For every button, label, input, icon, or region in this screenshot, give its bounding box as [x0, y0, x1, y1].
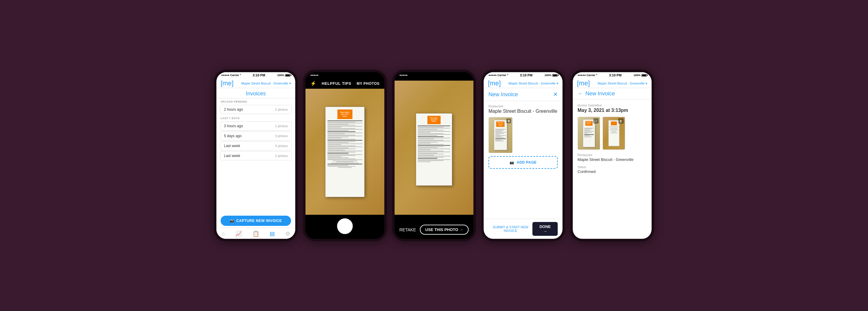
modal-close-button[interactable]: ✕	[553, 91, 558, 98]
brand-4: [me]	[488, 79, 501, 87]
phone-camera: ●●●●● ⚡ HELPFUL TIPS MY PHOTOS How doers…	[303, 70, 387, 241]
phone-submitted: ●●●●● Carrier ᵀ 3:10 PM 100% [me] Maple …	[570, 70, 654, 241]
section-upload-pending: UPLOAD PENDING	[216, 98, 295, 104]
modal-body: Restaurant Maple Street Biscuit - Greenv…	[484, 101, 562, 219]
invoice-time-3: 5 days ago	[224, 134, 242, 138]
receipt-camera: How doersget moredone.	[326, 107, 365, 197]
invoice-item-5days[interactable]: 5 days ago 3 photos	[220, 132, 292, 140]
done-button[interactable]: DONE →	[532, 222, 558, 236]
invoice-photos: How doersget moredone. 🗑	[489, 117, 558, 153]
modal-header: New Invoice ✕	[484, 88, 562, 101]
status-bar-2: ●●●●●	[306, 72, 384, 78]
invoices-title: Invoices	[216, 88, 295, 98]
tab-bar-1: ⌂ 📈 📋 ▤ ⚙	[216, 228, 295, 239]
invoice-time-5: Last week	[224, 154, 240, 158]
invoices-content: UPLOAD PENDING 2 hours ago 2 photos LAST…	[216, 98, 295, 214]
battery-icon-4	[552, 74, 558, 77]
capture-new-invoice-button[interactable]: 📷 CAPTURE NEW INVOICE	[221, 216, 291, 226]
status-value-5: Confirmed	[578, 169, 647, 174]
delete-icon[interactable]: 🗑	[618, 118, 624, 124]
tab-invoice-icon[interactable]: ▤	[270, 231, 275, 237]
hd-logo: How doersget moredone.	[337, 109, 352, 119]
invoice-time-1: 2 hours ago	[224, 107, 243, 112]
expand-icon[interactable]: ⤢	[593, 118, 599, 124]
location-5: Maple Street Biscuit · Greenville ▾	[597, 81, 647, 85]
hd-logo-preview: How doersget moredone.	[427, 116, 441, 124]
top-nav-4: [me] Maple Street Biscuit · Greenville ▾	[484, 78, 562, 88]
preview-viewfinder: How doersget moredone.	[395, 78, 473, 220]
submitted-label: Invoice Submitted	[578, 104, 647, 107]
receipt-preview: How doersget moredone.	[416, 113, 452, 185]
phones-container: ●●●●● Carrier ᵀ 3:10 PM 100% [me] Maple …	[214, 70, 654, 241]
tab-chart-icon[interactable]: 📈	[235, 231, 242, 237]
submit-start-new-button[interactable]: SUBMIT & START NEW INVOICE	[489, 225, 532, 233]
time-1: 3:10 PM	[253, 73, 266, 77]
back-arrow-icon[interactable]: ←	[578, 91, 583, 97]
add-page-button[interactable]: 📷 ADD PAGE	[489, 156, 558, 169]
carrier-1: ●●●●● Carrier ᵀ	[221, 74, 241, 77]
status-bar-4: ●●●●● Carrier ᵀ 3:10 PM 100%	[484, 72, 562, 78]
restaurant-value-4: Maple Street Biscuit - Greenville	[489, 109, 558, 114]
time-5: 3:10 PM	[609, 73, 622, 77]
submitted-date: May 3, 2021 at 3:13pm	[578, 108, 647, 113]
delete-photo-icon[interactable]: 🗑	[506, 118, 511, 123]
invoice-count-5: 2 photos	[275, 154, 288, 158]
use-photo-button[interactable]: USE THIS PHOTO →	[420, 225, 469, 235]
battery-icon-1	[285, 74, 290, 77]
helpful-tips-label: HELPFUL TIPS	[322, 81, 351, 86]
camera-icon: 📷	[230, 219, 235, 223]
location-1: Maple Street Biscuit · Greenville ▾	[241, 81, 291, 85]
retake-button[interactable]: RETAKE	[399, 228, 416, 232]
tab-clipboard-icon[interactable]: 📋	[252, 231, 259, 237]
carrier-5: ●●●●● Carrier ᵀ	[578, 74, 597, 77]
submitted-content: Invoice Submitted May 3, 2021 at 3:13pm …	[573, 100, 652, 239]
battery-1: 100%	[277, 74, 290, 77]
tab-gear-icon[interactable]: ⚙	[285, 231, 290, 237]
brand-1: [me]	[221, 79, 234, 87]
camera-viewfinder: How doersget moredone.	[306, 89, 384, 215]
invoice-item-2hrs[interactable]: 2 hours ago 2 photos	[220, 105, 292, 114]
receipt-lines	[328, 120, 362, 168]
submitted-thumb-2: 🗑	[602, 117, 625, 150]
phone-new-invoice: ●●●●● Carrier ᵀ 3:10 PM 100% [me] Maple …	[481, 70, 565, 241]
submitted-thumb-1: How doersget moredone. ⤢	[578, 117, 600, 150]
top-nav-1: [me] Maple Street Biscuit · Greenville ▾	[216, 78, 295, 88]
preview-bottom-bar: RETAKE USE THIS PHOTO →	[395, 220, 473, 239]
invoice-item-3hrs[interactable]: 3 hours ago 1 photos	[220, 122, 292, 131]
status-bar-5: ●●●●● Carrier ᵀ 3:10 PM 100%	[573, 72, 652, 78]
invoice-count-3: 3 photos	[275, 134, 288, 138]
location-4: Maple Street Biscuit · Greenville ▾	[508, 81, 558, 85]
my-photos-button[interactable]: MY PHOTOS	[356, 81, 379, 86]
invoice-item-lastweek-1[interactable]: Last week 4 photos	[220, 141, 292, 150]
status-bar-3: ●●●●●	[395, 72, 473, 78]
invoice-count-1: 2 photos	[275, 108, 288, 111]
brand-5: [me]	[577, 79, 590, 87]
tab-home-icon[interactable]: ⌂	[221, 231, 225, 237]
back-nav: ← New Invoice	[573, 88, 652, 100]
submitted-photos: How doersget moredone. ⤢	[578, 117, 647, 150]
camera-bottom-bar	[306, 215, 384, 239]
invoice-time-2: 3 hours ago	[224, 124, 243, 128]
invoice-count-4: 4 photos	[275, 144, 288, 148]
restaurant-label-4: Restaurant	[489, 105, 558, 108]
carrier-4: ●●●●● Carrier ᵀ	[489, 74, 508, 77]
restaurant-value-5: Maple Street Biscuit - Greenville	[578, 157, 647, 162]
battery-icon-5	[641, 74, 647, 77]
status-label-5: Status	[578, 165, 647, 169]
camera-icon-add: 📷	[509, 160, 514, 165]
new-invoice-title-5: New Invoice	[585, 91, 615, 97]
modal-title: New Invoice	[489, 92, 518, 98]
time-4: 3:10 PM	[520, 73, 533, 77]
carrier-2: ●●●●●	[310, 74, 318, 77]
top-nav-5: [me] Maple Street Biscuit · Greenville ▾	[573, 78, 652, 88]
flash-icon[interactable]: ⚡	[310, 80, 316, 86]
battery-5: 100%	[633, 74, 647, 77]
phone-invoices: ●●●●● Carrier ᵀ 3:10 PM 100% [me] Maple …	[214, 70, 298, 241]
invoice-item-lastweek-2[interactable]: Last week 2 photos	[220, 151, 292, 160]
shutter-button[interactable]	[337, 218, 353, 234]
phone-preview: ●●●●● How doersget moredone.	[392, 70, 476, 241]
carrier-3: ●●●●●	[399, 74, 407, 77]
status-bar-1: ●●●●● Carrier ᵀ 3:10 PM 100%	[216, 72, 295, 78]
invoice-photo-thumb-1: How doersget moredone. 🗑	[489, 117, 513, 153]
restaurant-label-5: Restaurant	[578, 153, 647, 157]
